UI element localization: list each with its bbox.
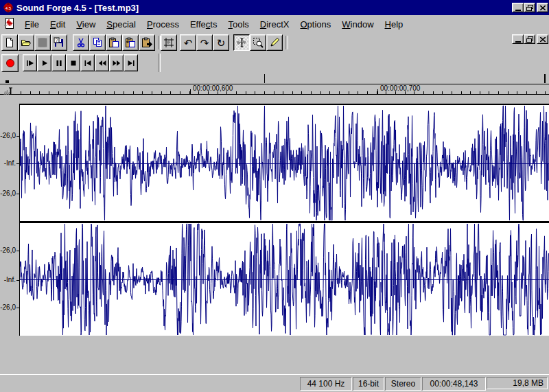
cut-button[interactable] xyxy=(73,34,89,51)
redo-icon: ↷ xyxy=(200,38,209,48)
save-button[interactable] xyxy=(34,34,51,51)
level-label: -Inf. xyxy=(4,159,16,167)
app-icon[interactable]: 4.5 xyxy=(3,2,14,13)
sound-forge-window: 4.5 Sound Forge 4.5 - [Test.mp3] File Ed… xyxy=(0,0,549,392)
menu-items: File Edit View Special Process Effects T… xyxy=(19,18,408,31)
overview-position-marker[interactable] xyxy=(264,74,265,83)
close-button[interactable] xyxy=(537,3,548,12)
menu-process[interactable]: Process xyxy=(141,18,185,31)
magnify-tool-button[interactable] xyxy=(250,34,266,51)
overview-bar[interactable] xyxy=(0,74,549,84)
paste-to-new-button[interactable] xyxy=(139,34,155,51)
transport-toolbar xyxy=(0,52,549,74)
toolbar-separator xyxy=(285,36,288,49)
new-button[interactable] xyxy=(1,34,18,51)
copy-button[interactable] xyxy=(89,34,106,51)
level-label: -26,0 xyxy=(0,303,16,311)
ruler-gap-band xyxy=(0,95,549,104)
repeat-button[interactable]: ↻ xyxy=(213,34,229,51)
menu-file[interactable]: File xyxy=(19,18,45,31)
trim-crop-button[interactable] xyxy=(161,34,177,51)
menu-directx[interactable]: DirectX xyxy=(255,18,295,31)
standard-toolbar: ? ↶ ↷ ↻ xyxy=(0,33,549,52)
open-button[interactable] xyxy=(18,34,34,51)
status-sample-rate: 44 100 Hz xyxy=(300,377,352,391)
undo-button[interactable]: ↶ xyxy=(180,34,196,51)
document-icon[interactable] xyxy=(4,18,15,30)
ruler-major-tick xyxy=(190,89,191,94)
stop-button[interactable] xyxy=(66,54,80,71)
status-channels: Stereo xyxy=(385,377,421,391)
repeat-icon: ↻ xyxy=(217,38,226,48)
menu-view[interactable]: View xyxy=(71,18,101,31)
pause-button[interactable] xyxy=(51,54,66,71)
record-button[interactable] xyxy=(1,54,19,72)
level-label: -Inf. xyxy=(4,276,16,284)
play-all-button[interactable] xyxy=(23,54,37,71)
go-to-end-button[interactable] xyxy=(124,54,138,71)
time-ruler[interactable]: 00:00:00,600 00:00:00,700 xyxy=(0,84,549,95)
waveform-channel-right[interactable] xyxy=(20,223,549,336)
menu-bar: File Edit View Special Process Effects T… xyxy=(0,15,549,33)
edit-tool-button[interactable] xyxy=(233,34,250,51)
level-label: -26,0 xyxy=(0,132,16,139)
overview-end-marker xyxy=(544,74,546,83)
playbar: ♪ 00:00:23,625 OLE xyxy=(0,352,549,374)
pencil-tool-button[interactable] xyxy=(266,34,283,51)
minimize-button[interactable] xyxy=(512,3,524,12)
menu-help[interactable]: Help xyxy=(379,18,409,31)
menu-edit[interactable]: Edit xyxy=(45,18,71,31)
paste-special-button[interactable] xyxy=(122,34,139,51)
waveform-display xyxy=(19,104,549,336)
level-label: -26,0 xyxy=(0,246,16,254)
level-ruler[interactable]: -26,0 -Inf. -26,0 -26,0 -Inf. -26,0 xyxy=(0,104,19,336)
menu-options[interactable]: Options xyxy=(294,18,336,31)
svg-text:4.5: 4.5 xyxy=(5,6,12,10)
status-length: 00:00:48,143 xyxy=(422,377,486,391)
ruler-time-label: 00:00:00,700 xyxy=(380,84,420,92)
toolbar-separator xyxy=(158,54,161,72)
menu-effects[interactable]: Effects xyxy=(185,18,223,31)
status-bit-depth: 16-bit xyxy=(353,377,384,391)
svg-text:?: ? xyxy=(56,38,58,43)
window-title: Sound Forge 4.5 - [Test.mp3] xyxy=(16,3,139,13)
undo-icon: ↶ xyxy=(184,38,193,48)
play-button[interactable] xyxy=(37,54,51,71)
menu-window[interactable]: Window xyxy=(336,18,379,31)
status-bar: 44 100 Hz 16-bit Stereo 00:00:48,143 19,… xyxy=(0,374,549,392)
menu-special[interactable]: Special xyxy=(101,18,141,31)
go-to-start-button[interactable] xyxy=(80,54,95,71)
rewind-button[interactable] xyxy=(95,54,109,71)
waveform-channel-left[interactable] xyxy=(20,105,549,221)
save-as-button[interactable]: ? xyxy=(51,34,67,51)
ruler-major-tick xyxy=(377,89,378,94)
status-file-size: 19,8 MB xyxy=(487,377,548,389)
paste-button[interactable] xyxy=(106,34,122,51)
ruler-time-label: 00:00:00,600 xyxy=(193,84,233,92)
restore-button[interactable] xyxy=(524,3,535,12)
ruler-minor-ticks xyxy=(21,91,549,94)
redo-button[interactable]: ↷ xyxy=(196,34,213,51)
menu-tools[interactable]: Tools xyxy=(222,18,254,31)
title-bar[interactable]: 4.5 Sound Forge 4.5 - [Test.mp3] xyxy=(0,0,549,15)
horizontal-scroll-bar: 1:16 xyxy=(0,336,549,352)
overview-data-mark xyxy=(5,80,9,83)
forward-button[interactable] xyxy=(109,54,124,71)
level-label: -26,0 xyxy=(0,189,16,197)
